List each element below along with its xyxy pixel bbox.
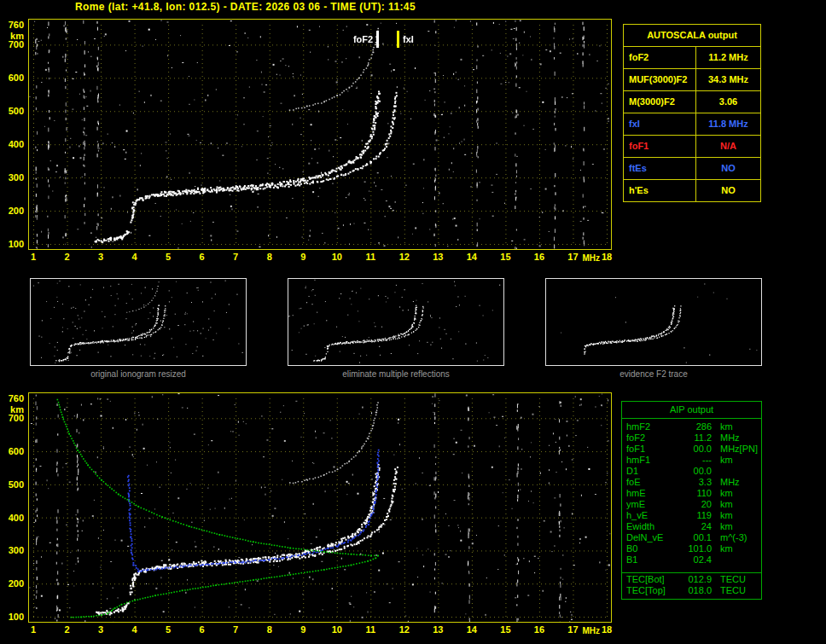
aip-row-value: 00.0	[679, 444, 712, 455]
aip-row-value: 02.4	[679, 554, 712, 566]
x-tick-label: 2	[59, 252, 76, 262]
tec-row-label: TEC[Top]	[622, 585, 679, 596]
aip-row-value: 110	[679, 488, 712, 499]
aip-row-unit: km	[712, 421, 733, 432]
aip-rows: hmF2286kmfoF211.2MHzfoF100.0MHz[PN]hmF1-…	[622, 419, 761, 566]
aip-row-value: ---	[679, 455, 712, 466]
x-tick-label: 16	[531, 252, 548, 262]
aip-row-unit: km	[712, 510, 733, 521]
aip-row-value: 24	[679, 521, 712, 532]
aip-row-value: 3.3	[679, 477, 712, 488]
autoscala-row-value: 34.3 MHz	[696, 69, 760, 90]
aip-row: foF100.0MHz[PN]	[622, 444, 761, 455]
aip-row: hmF1---km	[622, 455, 761, 466]
y-tick-label: 760	[0, 393, 24, 403]
x-tick-label: 8	[261, 624, 278, 635]
thumbnail-eliminate-caption: eliminate multiple reflections	[288, 369, 503, 379]
aip-row-value: 00.0	[679, 466, 712, 477]
aip-row-value: 11.2	[679, 432, 712, 444]
aip-row-label: hmF1	[622, 455, 679, 466]
x-tick-label: 5	[160, 624, 177, 635]
x-tick-label: 8	[261, 252, 278, 262]
x-tick-label: 14	[463, 252, 480, 262]
x-tick-label: 7	[227, 252, 244, 262]
tec-row: TEC[Bot]012.9TECU	[622, 574, 761, 585]
aip-row: hmE110km	[622, 488, 761, 499]
x-axis-label: MHz	[582, 253, 600, 263]
x-tick-label: 15	[497, 252, 514, 262]
thumbnail-original-caption: original ionogram resized	[31, 369, 246, 379]
aip-row-extra: [PN]	[740, 444, 761, 455]
y-axis-label: km	[0, 31, 24, 41]
autoscala-row-value: 11.8 MHz	[696, 113, 760, 135]
y-tick-label: 400	[0, 513, 24, 523]
autoscala-row-label: M(3000)F2	[624, 91, 696, 113]
autoscala-row-label: ftEs	[624, 158, 696, 179]
autoscala-row: foF1N/A	[624, 135, 760, 157]
x-tick-label: 17	[564, 624, 581, 635]
tec-row-value: 012.9	[679, 574, 712, 585]
tec-row-label: TEC[Bot]	[622, 574, 679, 585]
autoscala-row-label: h'Es	[624, 180, 696, 201]
aip-row-label: D1	[622, 466, 679, 477]
profile-ionogram-plot: 1234567891011121314151617187607006005004…	[28, 392, 612, 623]
x-tick-label: 7	[227, 624, 244, 635]
autoscala-row: MUF(3000)F234.3 MHz	[624, 68, 760, 90]
autoscala-row: ftEsNO	[624, 157, 760, 179]
aip-row: h_vE119km	[622, 510, 761, 521]
y-tick-label: 600	[0, 446, 24, 456]
aip-row-unit	[712, 554, 720, 566]
thumbnail-evidence-caption: evidence F2 trace	[546, 369, 761, 379]
tec-row-unit: TECU	[712, 585, 746, 596]
x-tick-label: 10	[329, 252, 346, 262]
x-tick-label: 4	[126, 624, 143, 635]
aip-row-label: hmF2	[622, 421, 679, 432]
thumbnail-original-canvas	[31, 279, 244, 363]
autoscala-row: foF211.2 MHz	[624, 46, 760, 68]
aip-row: hmF2286km	[622, 421, 761, 432]
autoscala-row: fxI11.8 MHz	[624, 113, 760, 135]
aip-row-label: Ewidth	[622, 521, 679, 532]
aip-row-label: B1	[622, 554, 679, 566]
x-tick-label: 11	[362, 252, 379, 262]
fof2-marker-line	[376, 31, 379, 48]
y-tick-label: 100	[0, 239, 24, 249]
x-tick-label: 17	[564, 252, 581, 262]
aip-row: Ewidth24km	[622, 521, 761, 532]
autoscala-rows: foF211.2 MHzMUF(3000)F234.3 MHzM(3000)F2…	[624, 46, 760, 201]
thumbnail-original-ionogram: original ionogram resized	[30, 278, 247, 366]
x-tick-label: 2	[59, 624, 76, 635]
aip-row-label: ymE	[622, 499, 679, 510]
aip-row-unit	[712, 466, 720, 477]
aip-row-label: hmE	[622, 488, 679, 499]
autoscala-row-label: foF1	[624, 136, 696, 157]
aip-row-value: 101.0	[679, 543, 712, 554]
aip-row-value: 119	[679, 510, 712, 521]
tec-output-box: TEC[Bot]012.9TECUTEC[Top]018.0TECU	[621, 572, 762, 600]
fof2-marker-label: foF2	[337, 34, 373, 44]
x-tick-label: 13	[429, 252, 446, 262]
y-tick-label: 500	[0, 479, 24, 490]
aip-row: B102.4	[622, 554, 761, 566]
tec-rows: TEC[Bot]012.9TECUTEC[Top]018.0TECU	[622, 574, 761, 596]
aip-row-unit: km	[712, 543, 733, 554]
tec-row-unit: TECU	[712, 574, 746, 585]
y-tick-label: 700	[0, 39, 24, 49]
thumbnail-eliminate-canvas	[288, 279, 502, 363]
y-tick-label: 600	[0, 73, 24, 83]
main-ionogram-plot: 1234567891011121314151617187607006005004…	[28, 19, 612, 250]
autoscala-output-table: AUTOSCALA output foF211.2 MHzMUF(3000)F2…	[623, 24, 761, 202]
aip-row: foF211.2MHz	[622, 432, 761, 444]
thumbnail-evidence-f2: evidence F2 trace	[545, 278, 762, 366]
y-tick-label: 700	[0, 413, 24, 423]
aip-row: B0101.0km	[622, 543, 761, 554]
profile-ionogram-canvas	[29, 393, 611, 622]
aip-row-unit: m^(-3)	[712, 532, 747, 543]
aip-row: ymE20km	[622, 499, 761, 510]
y-tick-label: 760	[0, 20, 24, 30]
x-tick-label: 18	[598, 624, 615, 635]
tec-row-value: 018.0	[679, 585, 712, 596]
x-tick-label: 14	[463, 624, 480, 635]
x-tick-label: 6	[194, 252, 211, 262]
y-tick-label: 100	[0, 612, 24, 622]
